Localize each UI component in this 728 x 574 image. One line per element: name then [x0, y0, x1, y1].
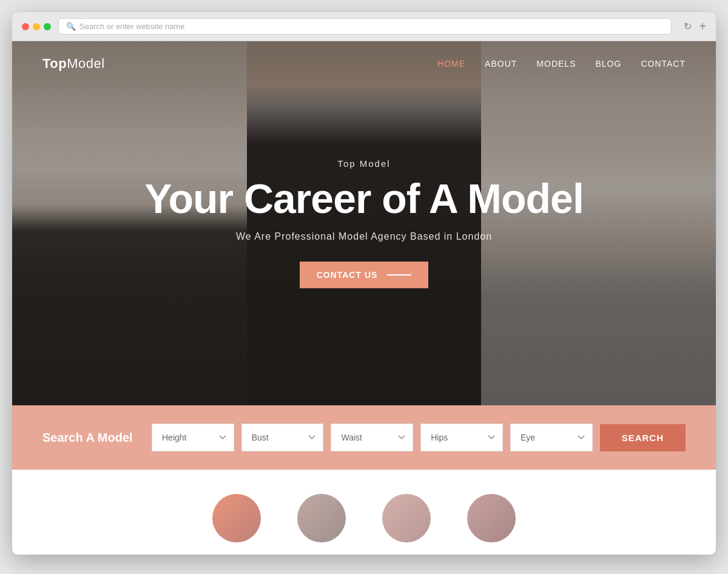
hero-title: Your Career of A Model [83, 176, 645, 221]
new-tab-button[interactable]: + [699, 19, 706, 33]
minimize-dot[interactable] [33, 23, 40, 30]
fullscreen-dot[interactable] [44, 23, 51, 30]
nav-item-contact[interactable]: CONTACT [641, 58, 686, 69]
hips-select[interactable]: Hips 32 34 36 38 40 [420, 424, 503, 451]
address-bar[interactable]: 🔍 Search or enter website name [58, 18, 672, 35]
cta-line [387, 274, 411, 275]
nav-item-blog[interactable]: BLOG [595, 58, 621, 69]
waist-select[interactable]: Waist 24 26 28 30 32 [331, 424, 413, 451]
model-avatar-2[interactable] [297, 494, 346, 542]
hero-content: Top Model Your Career of A Model We Are … [83, 158, 645, 288]
reload-icon[interactable]: ↻ [684, 21, 692, 32]
hero-description: We Are Professional Model Agency Based i… [83, 231, 645, 242]
bottom-section [12, 470, 716, 555]
nav-item-home[interactable]: HOME [437, 58, 465, 69]
search-button[interactable]: Search [600, 424, 686, 451]
search-form: Height 150cm 155cm 160cm 165cm 170cm 175… [152, 424, 686, 451]
contact-us-button[interactable]: Contact Us [300, 262, 429, 288]
nav-link-home[interactable]: HOME [437, 59, 465, 69]
close-dot[interactable] [22, 23, 29, 30]
browser-window: 🔍 Search or enter website name ↻ + TopMo… [12, 12, 716, 555]
eye-select[interactable]: Eye Blue Brown Green Hazel Gray [510, 424, 593, 451]
navbar: TopModel HOME ABOUT MODELS BLOG CONTACT [12, 41, 716, 86]
hero-section: TopModel HOME ABOUT MODELS BLOG CONTACT … [12, 41, 716, 405]
model-avatar-4[interactable] [467, 494, 516, 542]
height-select[interactable]: Height 150cm 155cm 160cm 165cm 170cm 175… [152, 424, 234, 451]
hero-subtitle: Top Model [83, 158, 645, 169]
browser-dots [22, 23, 51, 30]
nav-item-models[interactable]: MODELS [536, 58, 576, 69]
nav-link-about[interactable]: ABOUT [485, 59, 517, 69]
nav-link-models[interactable]: MODELS [536, 59, 576, 69]
nav-item-about[interactable]: ABOUT [485, 58, 517, 69]
address-text: Search or enter website name [79, 22, 184, 31]
logo[interactable]: TopModel [42, 56, 105, 72]
search-a-model-label: Search A Model [42, 431, 140, 445]
nav-links: HOME ABOUT MODELS BLOG CONTACT [437, 58, 686, 69]
browser-chrome: 🔍 Search or enter website name ↻ + [12, 12, 716, 41]
nav-link-contact[interactable]: CONTACT [641, 59, 686, 69]
bust-select[interactable]: Bust 30 32 34 36 38 [241, 424, 324, 451]
search-icon: 🔍 [66, 22, 76, 31]
model-avatar-1[interactable] [212, 494, 261, 542]
nav-link-blog[interactable]: BLOG [595, 59, 621, 69]
logo-part2: Model [67, 56, 104, 71]
logo-part1: Top [42, 56, 67, 71]
website-content: TopModel HOME ABOUT MODELS BLOG CONTACT … [12, 41, 716, 555]
cta-label: Contact Us [317, 270, 378, 280]
search-section: Search A Model Height 150cm 155cm 160cm … [12, 405, 716, 470]
model-avatar-3[interactable] [382, 494, 431, 542]
